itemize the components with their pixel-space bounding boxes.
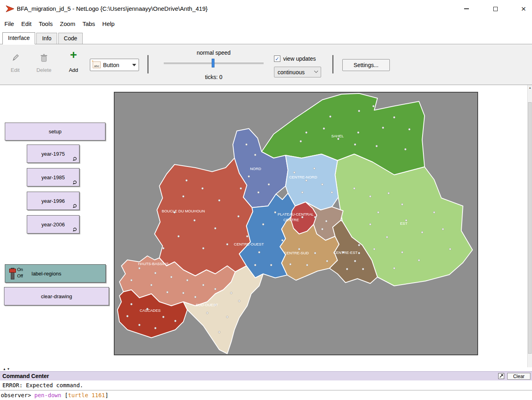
region-label: CENTRE-EST [333,250,358,255]
turtle-dot [163,316,165,318]
delete-button[interactable]: Delete [32,67,56,73]
region-label: SUD-OUEST [196,303,218,307]
tab-bar: InterfaceInfoCode [0,31,532,44]
turtle-dot [421,232,423,234]
command-output: ERROR: Expected command. [0,380,532,390]
minimize-icon [464,8,469,9]
map-svg: SAHELESTNORDCENTRE-NORDBOUCLE DU MOUHOUN… [115,93,477,354]
command-center-splitter[interactable]: ▲▼ [0,367,532,371]
turtle-dot [151,284,153,286]
menu-tools[interactable]: Tools [35,18,56,29]
region-label: CENTRE [283,218,299,222]
turtle-dot [373,105,375,107]
menu-file[interactable]: File [1,18,18,29]
turtle-dot [358,252,360,254]
speed-slider-thumb[interactable] [212,59,214,67]
update-mode-dropdown[interactable]: continuous [274,67,321,77]
menu-tabs[interactable]: Tabs [79,18,99,29]
button-label: clear-drawing [41,293,72,299]
turtle-dot [377,212,379,214]
turtle-dot [346,268,348,270]
command-input[interactable]: pen-down [turtle 1161] [34,390,108,400]
clear-button[interactable]: Clear [507,373,530,380]
clear-drawing-button[interactable]: clear-drawing [4,287,109,305]
add-button[interactable]: Add [65,67,82,73]
turtle-dot [240,188,242,190]
turtle-dot [354,260,356,262]
world-view[interactable]: SAHELESTNORDCENTRE-NORDBOUCLE DU MOUHOUN… [114,92,478,355]
turtle-dot [183,292,185,294]
command-center-header: Command Center Clear [0,371,532,380]
turtle-dot [187,279,189,281]
region-label: CASCADES [140,308,161,313]
widget-type-chooser[interactable]: *abc Button [90,59,139,71]
button-year-2006[interactable]: year-2006 [27,215,79,234]
splitter-down-icon[interactable]: ▼ [7,367,11,371]
turtle-dot [226,316,228,318]
menu-edit[interactable]: Edit [18,18,35,29]
turtle-dot [300,141,302,143]
turtle-dot [282,240,284,242]
turtle-dot [202,284,204,286]
turtle-dot [337,138,339,140]
turtle-dot [314,252,316,254]
turtle-dot [326,260,328,262]
turtle-dot [401,204,403,206]
splitter-up-icon[interactable]: ▲ [3,367,7,371]
region-label: NORD [250,166,261,171]
view-updates-checkbox[interactable]: ✓ [274,55,280,62]
speed-label: normal speed [164,50,264,56]
turtle-dot [449,248,451,250]
command-token: pen-down [34,392,61,398]
scrollbar-thumb[interactable] [528,102,532,354]
turtle-dot [175,320,177,322]
turtle-dot [298,248,300,250]
button-year-1985[interactable]: year-1985 [27,168,79,186]
settings-button[interactable]: Settings... [342,59,390,71]
turtle-dot [323,128,325,130]
turtle-dot [270,264,272,266]
turtle-dot [248,176,250,178]
vertical-scrollbar[interactable]: ▲ ▼ [527,85,532,371]
tab-info[interactable]: Info [36,33,57,44]
maximize-button[interactable] [486,0,504,18]
turtle-dot [409,129,411,131]
turtle-dot [214,228,216,230]
button-label: year-2006 [42,222,65,228]
update-mode-value: continuous [278,69,305,75]
switch-on-label: On [17,267,23,272]
edit-button[interactable]: Edit [7,67,24,73]
command-prompt-line: observer> pen-down [turtle 1161] [0,390,532,400]
turtle-dot [357,132,359,134]
region-label: BOUCLE DU MOUHOUN [162,209,205,213]
turtle-dot [369,224,371,226]
turtle-dot [290,263,292,265]
observer-prompt[interactable]: observer> [1,390,31,400]
setup-button[interactable]: setup [5,123,105,141]
turtle-dot [167,291,169,293]
switch-knob-icon[interactable] [9,269,16,273]
button-year-1975[interactable]: year-1975 [27,145,79,163]
turtle-dot [369,196,371,198]
interface-canvas: setup year-1975year-1985year-1996year-20… [0,85,532,371]
turtle-dot [163,248,165,250]
close-button[interactable]: × [515,0,532,18]
turtle-dot [254,154,256,156]
turtle-dot [127,315,129,317]
year-buttons: year-1975year-1985year-1996year-2006 [27,145,79,239]
turtle-dot [358,244,360,246]
scroll-up-icon[interactable]: ▲ [528,85,532,91]
button-year-1996[interactable]: year-1996 [27,192,79,210]
add-plus-icon: + [67,48,79,61]
turtle-dot [258,192,260,194]
turtle-dot [206,312,208,314]
label-regions-switch[interactable]: On Off label-regions [5,264,106,283]
menu-help[interactable]: Help [99,18,118,29]
tab-interface[interactable]: Interface [2,32,35,44]
turtle-dot [226,244,228,246]
tab-code[interactable]: Code [58,33,83,44]
turtle-dot [353,188,355,190]
menu-zoom[interactable]: Zoom [56,18,79,29]
minimize-button[interactable] [457,0,476,18]
detach-window-icon[interactable] [498,373,504,379]
